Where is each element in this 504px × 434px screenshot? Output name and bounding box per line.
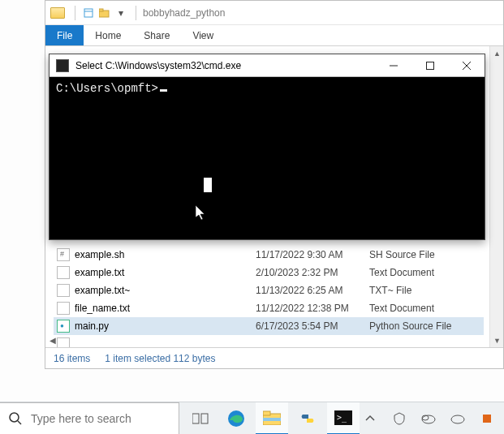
file-row[interactable]: file_name.txt11/12/2022 12:38 PMText Doc… (54, 299, 484, 317)
tray-security-icon[interactable] (389, 408, 410, 429)
svg-rect-3 (99, 9, 103, 11)
vertical-scrollbar[interactable]: ▲ ▼ (489, 46, 503, 347)
svg-point-9 (10, 413, 19, 422)
tray-chevron-up-icon[interactable] (360, 408, 381, 429)
svg-rect-5 (426, 62, 433, 69)
file-icon (57, 302, 70, 315)
app-edge[interactable] (220, 402, 252, 435)
file-date: 11/12/2022 12:38 PM (256, 303, 369, 314)
tray-onedrive2-icon[interactable] (447, 408, 468, 429)
search-input[interactable] (31, 412, 179, 425)
file-row[interactable]: example.txt~11/13/2022 6:25 AMTXT~ File (54, 281, 484, 299)
cmd-title: Select C:\Windows\system32\cmd.exe (75, 60, 375, 71)
taskview-button[interactable] (184, 402, 217, 435)
tab-home[interactable]: Home (84, 25, 132, 45)
ribbon-tabs: File Home Share View (45, 25, 503, 46)
file-row[interactable]: main.py6/17/2023 5:54 PMPython Source Fi… (54, 317, 484, 335)
status-selection: 1 item selected 112 bytes (105, 353, 215, 364)
taskbar: >_ (0, 402, 504, 434)
tab-view[interactable]: View (181, 25, 225, 45)
app-python[interactable] (291, 402, 324, 435)
file-name: example.txt (75, 267, 124, 278)
cmd-icon (56, 59, 69, 72)
svg-rect-16 (263, 418, 281, 421)
text-cursor-icon (160, 89, 167, 92)
maximize-button[interactable] (411, 54, 448, 77)
svg-text:>_: >_ (337, 413, 347, 423)
file-date: 6/17/2023 5:54 PM (256, 320, 369, 332)
file-name: example.sh (75, 249, 124, 260)
svg-rect-22 (483, 415, 491, 423)
status-item-count: 16 items (54, 353, 90, 364)
scroll-down-icon[interactable]: ▼ (490, 333, 503, 347)
file-date: 2/10/2023 2:32 PM (256, 267, 369, 278)
taskbar-tray (360, 408, 504, 429)
file-name: main.py (75, 320, 109, 332)
status-bar: 16 items 1 item selected 112 bytes (45, 347, 503, 368)
cmd-body[interactable]: C:\Users\opmft> (50, 77, 485, 239)
svg-rect-0 (84, 9, 93, 17)
file-icon (57, 284, 70, 297)
file-type: SH Source File (369, 249, 484, 260)
file-name: file_name.txt (75, 303, 130, 314)
separator (136, 6, 136, 20)
tab-file[interactable]: File (45, 25, 84, 45)
file-name: example.txt~ (75, 285, 130, 296)
close-button[interactable] (448, 54, 485, 77)
file-icon (57, 320, 70, 333)
qat-newfolder-icon[interactable] (98, 6, 111, 19)
minimize-button[interactable] (375, 54, 411, 77)
file-icon (57, 266, 70, 279)
file-icon (57, 248, 70, 261)
svg-marker-8 (196, 205, 205, 220)
taskbar-search[interactable] (0, 402, 179, 435)
app-file-explorer[interactable] (256, 402, 288, 435)
tab-share[interactable]: Share (132, 25, 181, 45)
file-type: TXT~ File (369, 285, 484, 296)
qat-properties-icon[interactable] (82, 6, 95, 19)
svg-rect-11 (192, 414, 199, 423)
file-date: 11/13/2022 6:25 AM (256, 285, 369, 296)
app-cmd[interactable]: >_ (327, 402, 360, 435)
tray-app-icon[interactable] (476, 408, 498, 429)
scroll-up-icon[interactable]: ▲ (490, 46, 503, 60)
file-icon (57, 337, 70, 347)
folder-icon (50, 7, 65, 19)
file-type: Text Document (369, 303, 484, 314)
cmd-titlebar[interactable]: Select C:\Windows\system32\cmd.exe (50, 54, 485, 77)
tray-onedrive-icon[interactable] (418, 408, 439, 429)
separator (75, 6, 75, 20)
svg-point-21 (451, 415, 464, 423)
svg-rect-12 (201, 414, 208, 423)
cmd-window: Select C:\Windows\system32\cmd.exe C:\Us… (49, 54, 485, 240)
svg-rect-15 (263, 411, 270, 415)
qat-dropdown-icon[interactable]: ▾ (114, 6, 127, 19)
scroll-left-icon[interactable]: ◀ (47, 334, 58, 346)
explorer-titlebar[interactable]: ▾ bobbyhadz_python (45, 1, 503, 25)
file-type: Text Document (369, 267, 484, 278)
file-row[interactable]: example.sh11/17/2022 9:30 AMSH Source Fi… (54, 246, 484, 264)
search-icon (8, 411, 23, 426)
file-row[interactable]: example.txt2/10/2023 2:32 PMText Documen… (54, 264, 484, 281)
taskbar-pinned-apps: >_ (184, 402, 360, 435)
window-title: bobbyhadz_python (143, 7, 225, 19)
file-type: Python Source File (369, 320, 484, 332)
file-date: 11/17/2022 9:30 AM (256, 249, 369, 260)
cmd-prompt: C:\Users\opmft> (56, 82, 158, 95)
svg-line-10 (18, 421, 21, 424)
file-list: example.sh11/17/2022 9:30 AMSH Source Fi… (54, 246, 484, 347)
file-row[interactable] (54, 335, 484, 347)
selection-block (204, 178, 212, 192)
